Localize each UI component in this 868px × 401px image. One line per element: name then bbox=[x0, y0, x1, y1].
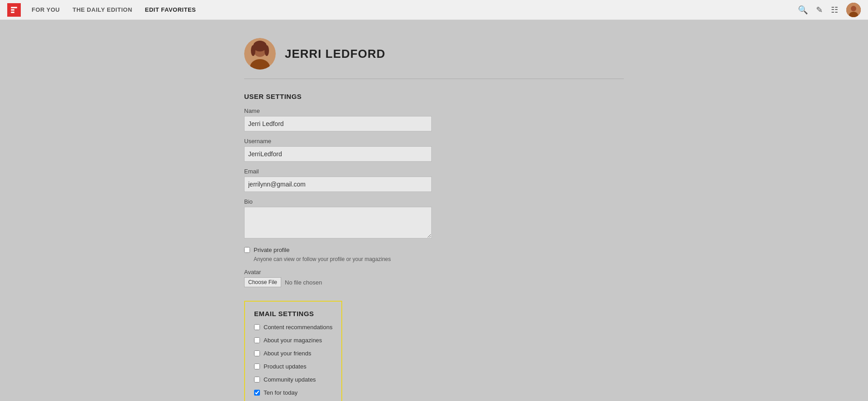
user-settings-heading: USER SETTINGS bbox=[244, 93, 624, 100]
email-input[interactable] bbox=[244, 177, 432, 192]
grid-icon[interactable]: ☷ bbox=[831, 5, 838, 15]
private-profile-label: Private profile bbox=[254, 247, 289, 253]
community-updates-label: Community updates bbox=[264, 376, 316, 383]
content-recommendations-label: Content recommendations bbox=[264, 324, 332, 331]
main-content: JERRI LEDFORD USER SETTINGS Name Usernam… bbox=[0, 20, 868, 401]
flipboard-logo[interactable] bbox=[7, 3, 21, 17]
about-magazines-checkbox[interactable] bbox=[254, 337, 260, 343]
product-updates-label: Product updates bbox=[264, 363, 307, 370]
svg-rect-0 bbox=[11, 7, 17, 8]
email-settings-section: EMAIL SETTINGS Content recommendations A… bbox=[244, 301, 624, 401]
name-input[interactable] bbox=[244, 116, 432, 131]
email-community-updates-row: Community updates bbox=[254, 376, 332, 383]
svg-point-11 bbox=[264, 45, 269, 56]
email-settings-box: EMAIL SETTINGS Content recommendations A… bbox=[244, 301, 342, 401]
email-about-friends-row: About your friends bbox=[254, 350, 332, 357]
settings-container: JERRI LEDFORD USER SETTINGS Name Usernam… bbox=[244, 38, 624, 401]
email-checkbox-list: Content recommendations About your magaz… bbox=[254, 324, 332, 400]
private-profile-checkbox[interactable] bbox=[244, 247, 250, 253]
product-updates-checkbox[interactable] bbox=[254, 364, 260, 369]
svg-point-10 bbox=[251, 45, 255, 56]
name-field-group: Name bbox=[244, 107, 624, 131]
nav-for-you[interactable]: FOR YOU bbox=[32, 6, 60, 13]
search-icon[interactable]: 🔍 bbox=[798, 5, 808, 15]
profile-avatar bbox=[244, 38, 276, 70]
top-navigation: FOR YOU THE DAILY EDITION EDIT FAVORITES… bbox=[0, 0, 868, 20]
email-product-updates-row: Product updates bbox=[254, 363, 332, 370]
bio-input[interactable] bbox=[244, 207, 432, 238]
email-label: Email bbox=[244, 168, 624, 175]
ten-for-today-checkbox[interactable] bbox=[254, 390, 260, 396]
about-friends-label: About your friends bbox=[264, 350, 311, 357]
profile-header: JERRI LEDFORD bbox=[244, 38, 624, 79]
svg-point-4 bbox=[851, 6, 856, 11]
username-field-group: Username bbox=[244, 138, 624, 162]
username-input[interactable] bbox=[244, 146, 432, 162]
email-about-magazines-row: About your magazines bbox=[254, 337, 332, 344]
choose-file-button[interactable]: Choose File bbox=[244, 277, 281, 287]
user-avatar[interactable] bbox=[846, 3, 861, 17]
svg-rect-2 bbox=[11, 11, 14, 13]
avatar-label: Avatar bbox=[244, 269, 624, 275]
bio-label: Bio bbox=[244, 198, 624, 205]
user-settings-section: USER SETTINGS Name Username Email Bio bbox=[244, 93, 624, 287]
nav-right-icons: 🔍 ✎ ☷ bbox=[798, 3, 861, 17]
edit-icon[interactable]: ✎ bbox=[816, 5, 823, 15]
content-recommendations-checkbox[interactable] bbox=[254, 324, 260, 330]
community-updates-checkbox[interactable] bbox=[254, 377, 260, 382]
svg-rect-1 bbox=[11, 9, 14, 10]
profile-name: JERRI LEDFORD bbox=[285, 47, 385, 61]
nav-edit-favorites[interactable]: EDIT FAVORITES bbox=[145, 6, 196, 13]
private-profile-row: Private profile bbox=[244, 247, 624, 253]
avatar-section: Avatar Choose File No file chosen bbox=[244, 269, 624, 287]
email-settings-heading: EMAIL SETTINGS bbox=[254, 310, 332, 317]
username-label: Username bbox=[244, 138, 624, 145]
private-profile-description: Anyone can view or follow your profile o… bbox=[254, 256, 624, 262]
no-file-text: No file chosen bbox=[285, 279, 322, 286]
email-ten-for-today-row: Ten for today bbox=[254, 389, 332, 396]
nav-links: FOR YOU THE DAILY EDITION EDIT FAVORITES bbox=[32, 6, 196, 13]
name-label: Name bbox=[244, 107, 624, 114]
email-field-group: Email bbox=[244, 168, 624, 192]
nav-daily-edition[interactable]: THE DAILY EDITION bbox=[73, 6, 132, 13]
bio-field-group: Bio bbox=[244, 198, 624, 240]
about-friends-checkbox[interactable] bbox=[254, 350, 260, 356]
email-content-recommendations-row: Content recommendations bbox=[254, 324, 332, 331]
ten-for-today-label: Ten for today bbox=[264, 389, 297, 396]
about-magazines-label: About your magazines bbox=[264, 337, 322, 344]
